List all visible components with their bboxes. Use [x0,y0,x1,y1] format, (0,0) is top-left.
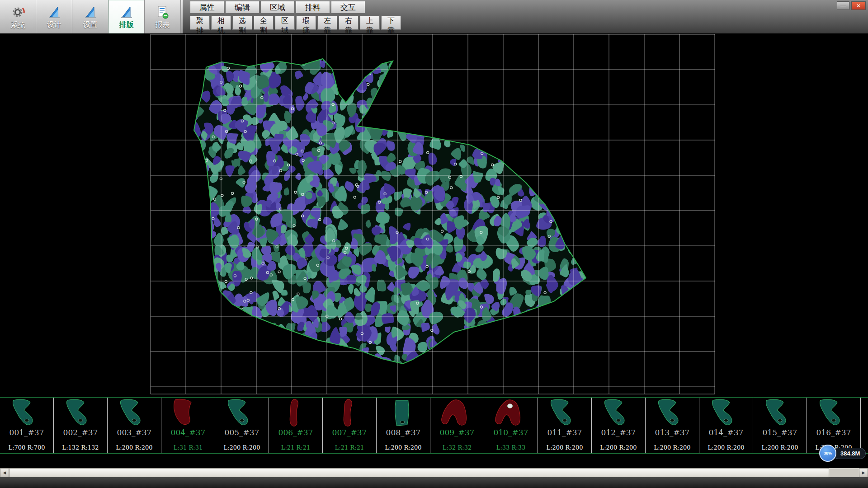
piece-thumbnail[interactable]: 013_#37 L:200 R:200 [646,398,699,453]
piece-thumbnail[interactable]: 015_#37 L:200 R:200 [753,398,807,453]
piece-shape [542,399,587,427]
toolbar: 系统 设计 设置 排版 [0,0,868,33]
piece-name: 009_#37 [440,428,475,437]
piece-shape [757,399,802,427]
piece-name: 004_#37 [171,428,206,437]
tab-properties[interactable]: 属性 [190,1,224,14]
piece-shape [327,399,372,427]
memory-indicator: 384.8M [833,448,866,459]
piece-name: 005_#37 [225,428,259,437]
tab-interactive[interactable]: 交互 [331,1,365,14]
mode-report-label: 报表 [156,21,170,28]
piece-thumbnail[interactable]: 014_#37 L:200 R:200 [699,398,753,453]
piece-shape [273,399,318,427]
piece-shape [58,399,103,427]
horizontal-scrollbar[interactable]: ◀ ▶ [0,468,868,477]
menu-tab-row: 属性 编辑 区域 排料 交互 [190,1,401,14]
piece-lr-count: L:32 R:32 [443,445,472,453]
nesting-canvas[interactable] [0,33,868,397]
piece-shape [811,399,856,427]
tool-defect-button[interactable]: 瑕疵 [296,15,316,30]
tool-region-button[interactable]: 区域 [275,15,295,30]
scrollbar-track[interactable] [9,468,859,477]
tool-align-right-button[interactable]: 右靠 [339,15,359,30]
piece-thumbnail[interactable]: 010_#37 L:33 R:33 [484,398,538,453]
piece-thumbnail[interactable]: 008_#37 L:200 R:200 [377,398,430,453]
piece-name: 007_#37 [332,428,367,437]
report-document-icon [156,5,169,20]
menu-area: 属性 编辑 区域 排料 交互 聚排 相机 选割 全割 区域 瑕疵 左靠 右靠 上… [190,0,401,30]
piece-thumbnail[interactable]: 012_#37 L:200 R:200 [592,398,646,453]
app-mode-bar: 系统 设计 设置 排版 [0,0,183,33]
mode-system-button[interactable]: 系统 [0,0,36,33]
piece-name: 011_#37 [547,428,582,437]
tool-button-row: 聚排 相机 选割 全割 区域 瑕疵 左靠 右靠 上靠 下靠 [190,15,401,30]
tab-nesting[interactable]: 排料 [296,1,330,14]
piece-thumbnail[interactable]: 005_#37 L:200 R:200 [215,398,269,453]
hide-layout-drawing [0,33,868,397]
piece-shape [703,399,749,427]
piece-thumbnail[interactable]: 002_#37 L:132 R:132 [54,398,108,453]
progress-value: 38% [824,451,832,455]
piece-thumbnail[interactable]: 004_#37 L:31 R:31 [161,398,215,453]
piece-shape [596,399,641,427]
piece-name: 015_#37 [763,428,797,437]
status-footer [0,477,868,488]
piece-name: 008_#37 [386,428,421,437]
piece-name: 013_#37 [655,428,690,437]
piece-lr-count: L:200 R:200 [762,445,798,453]
mode-report-button[interactable]: 报表 [145,0,181,33]
piece-lr-count: L:200 R:200 [654,445,691,453]
piece-lr-count: L:31 R:31 [174,445,203,453]
piece-name: 016_#37 [816,428,851,437]
piece-name: 012_#37 [601,428,636,437]
mode-settings-button[interactable]: 设置 [72,0,108,33]
piece-shape [381,399,426,427]
scroll-right-arrow-icon[interactable]: ▶ [859,468,868,477]
piece-shape [650,399,695,427]
piece-name: 002_#37 [63,428,98,437]
piece-thumbnail[interactable]: 016_#37 L:200 R:200 [807,398,861,453]
tool-align-left-button[interactable]: 左靠 [317,15,337,30]
tool-align-top-button[interactable]: 上靠 [360,15,380,30]
mode-design-button[interactable]: 设计 [36,0,72,33]
application-window: 系统 设计 设置 排版 [0,0,868,488]
close-button[interactable]: ✕ [851,1,866,10]
tool-align-bottom-button[interactable]: 下靠 [381,15,401,30]
piece-shape [434,399,480,427]
piece-lr-count: L:21 R:21 [281,445,310,453]
piece-lr-count: L:33 R:33 [496,445,525,453]
piece-shape [165,399,211,427]
tool-select-cut-button[interactable]: 选割 [232,15,252,30]
piece-name: 003_#37 [117,428,152,437]
tool-cut-all-button[interactable]: 全割 [254,15,274,30]
mode-settings-label: 设置 [83,21,98,28]
piece-thumbnail[interactable]: 011_#37 L:200 R:200 [538,398,592,453]
piece-lr-count: L:200 R:200 [385,445,422,453]
scroll-left-arrow-icon[interactable]: ◀ [0,468,9,477]
mode-system-label: 系统 [11,22,25,29]
scrollbar-thumb[interactable] [9,468,829,477]
settings-sail-icon [84,5,97,20]
piece-thumbnail[interactable]: 003_#37 L:200 R:200 [108,398,161,453]
piece-name: 014_#37 [709,428,744,437]
piece-thumbnail-strip: 001_#37 L:700 R:700 002_#37 L:132 R:132 … [0,397,868,454]
piece-name: 001_#37 [9,428,44,437]
piece-thumbnail[interactable]: 001_#37 L:700 R:700 [0,398,54,453]
piece-thumbnail[interactable]: 007_#37 L:21 R:21 [323,398,377,453]
piece-lr-count: L:200 R:200 [708,445,745,453]
piece-lr-count: L:700 R:700 [9,445,45,453]
design-sail-icon [47,5,61,20]
tool-cluster-nest-button[interactable]: 聚排 [190,15,210,30]
piece-shape [488,399,533,427]
piece-thumbnail[interactable]: 006_#37 L:21 R:21 [269,398,323,453]
mode-nesting-button[interactable]: 排版 [108,0,145,33]
minimize-button[interactable]: — [837,1,849,10]
tool-camera-button[interactable]: 相机 [211,15,231,30]
piece-shape [112,399,157,427]
piece-shape [219,399,264,427]
piece-thumbnail[interactable]: 009_#37 L:32 R:32 [430,398,484,453]
tab-region[interactable]: 区域 [260,1,295,14]
tab-edit[interactable]: 编辑 [225,1,259,14]
window-controls: — ✕ [837,1,866,10]
